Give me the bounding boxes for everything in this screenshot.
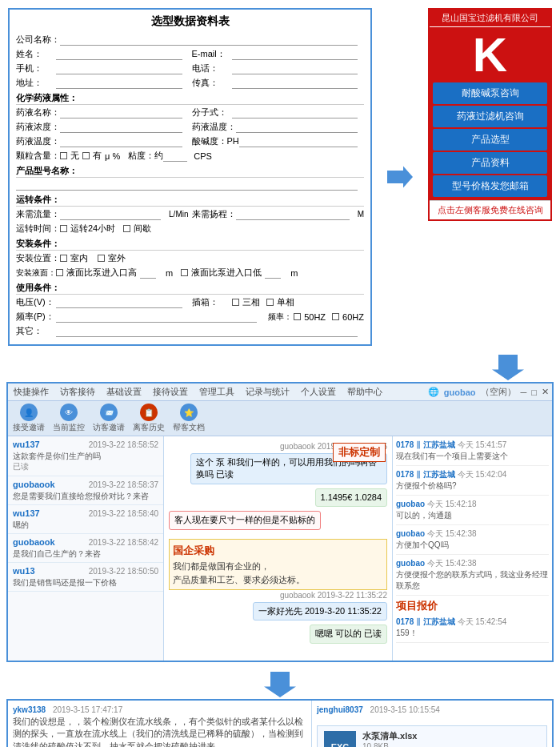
menu-btn-0[interactable]: 耐酸碱泵咨询: [433, 82, 547, 104]
chat-msg-4[interactable]: wu13 2019-3-22 18:50:50 我们是销售吗还是报一下价格: [8, 563, 163, 592]
right-user-1: 0178 ‖ 江苏盐城: [396, 470, 455, 479]
window-maximize[interactable]: □: [531, 388, 537, 397]
bubble-text-2: 客人现在要尺寸一样的但是不贴标的: [169, 511, 321, 529]
viscosity-field[interactable]: [163, 151, 187, 162]
menu-btn-4[interactable]: 型号价格发您邮箱: [433, 175, 547, 197]
nav-label-1: 当前监控: [53, 422, 85, 433]
freq50-cb[interactable]: [294, 313, 301, 320]
bubble-text-3: 一家好光先 2019-3-20 11:35:22: [253, 602, 387, 620]
name-field[interactable]: [56, 49, 182, 60]
right-time-4: 今天 15:42:38: [427, 559, 477, 568]
phone-field[interactable]: [56, 63, 182, 74]
ph-field[interactable]: [239, 136, 358, 147]
right-text-5: 159！: [396, 628, 549, 639]
product-field[interactable]: [16, 179, 358, 191]
lift-field[interactable]: [236, 209, 350, 220]
nav-item-3[interactable]: 📋 离客历史: [133, 404, 165, 433]
single-cb[interactable]: [266, 299, 274, 306]
indoor-cb[interactable]: [60, 255, 67, 262]
inlet-above-field[interactable]: [140, 267, 156, 279]
fax-col: 传真：: [192, 77, 365, 89]
voltage-field[interactable]: [56, 297, 182, 308]
bmsg-time-0: 2019-3-15 17:47:17: [53, 705, 122, 714]
chat-msg-1[interactable]: guobaook 2019-3-22 18:58:37 您是需要我们直接给您报价…: [8, 476, 163, 505]
toolbar-btn-6[interactable]: 个人设置: [298, 385, 338, 399]
freq60-cb[interactable]: [332, 313, 339, 320]
right-user-5: 0178 ‖ 江苏盐城: [396, 617, 455, 626]
right-text-4: 方便便报个您的联系方式吗，我这业务经理联系您: [396, 569, 549, 592]
liquid-name-field[interactable]: [60, 107, 182, 118]
chat-msg-2[interactable]: wu137 2019-3-22 18:58:40 嗯的: [8, 505, 163, 534]
run24-cb[interactable]: [60, 225, 67, 232]
flow-col: 来需流量： L/Min: [16, 208, 189, 220]
msg-time-0: 2019-3-22 18:58:52: [89, 440, 158, 449]
tri-cb[interactable]: [232, 299, 239, 306]
conc-field[interactable]: [60, 122, 182, 133]
bmsg-rtime-0: 2019-3-15 10:15:54: [370, 705, 440, 714]
inlet-below-cb[interactable]: [181, 269, 188, 276]
intermittent-cb[interactable]: [123, 225, 130, 232]
single-label: 单相: [277, 296, 294, 308]
right-user-3: guobao: [396, 529, 425, 538]
menu-btn-2[interactable]: 产品选型: [433, 129, 547, 151]
window-minimize[interactable]: ─: [521, 388, 527, 397]
right-msg-5: 0178 ‖ 江苏盐城 今天 15:42:54 159！: [396, 616, 549, 643]
flow-unit: L/Min: [169, 210, 188, 219]
toolbar-btn-0[interactable]: 快捷操作: [11, 385, 51, 399]
company-label: 公司名称：: [16, 34, 60, 46]
nav-item-2[interactable]: 📨 访客邀请: [93, 404, 125, 433]
nav-item-4[interactable]: ⭐ 帮客文档: [173, 404, 205, 433]
toolbar-btn-4[interactable]: 管理工具: [197, 385, 237, 399]
purity-ph-row: 药液温度： 酸碱度：PH: [16, 135, 364, 147]
particle-none-cb[interactable]: [60, 152, 67, 159]
flow-field[interactable]: [60, 209, 161, 220]
right-msg-2: guobao 今天 15:42:18 可以的，沟通题: [396, 499, 549, 525]
tel-field[interactable]: [232, 63, 358, 74]
bottom-left-panel: ykw3138 2019-3-15 17:47:17 我们的设想是，，装个检测仪…: [8, 701, 312, 747]
other-field[interactable]: [56, 326, 358, 337]
nav-item-0[interactable]: 👤 接受邀请: [13, 404, 45, 433]
toolbar-btn-7[interactable]: 帮助中心: [345, 385, 385, 399]
mol-field[interactable]: [232, 107, 358, 118]
right-time-3: 今天 15:42:38: [427, 529, 477, 538]
location-row: 安装位置： 室内 室外: [16, 252, 364, 264]
addr-field[interactable]: [56, 78, 182, 89]
freq50-label: 50HZ: [304, 312, 326, 322]
menu-btn-1[interactable]: 药液过滤机咨询: [433, 106, 547, 127]
phase-cb-row: 三相 单相: [232, 296, 294, 308]
particle-have-cb[interactable]: [82, 152, 90, 159]
company-field[interactable]: [60, 34, 358, 46]
fax-field[interactable]: [232, 78, 358, 89]
chat-bubble-2: 客人现在要尺寸一样的但是不贴标的: [169, 511, 387, 529]
toolbar-btn-1[interactable]: 访客接待: [58, 385, 98, 399]
freq-field[interactable]: [56, 311, 257, 323]
label-xiangmu: 项目报价: [396, 599, 549, 613]
bmsg-header-0: ykw3138 2019-3-15 17:47:17: [13, 705, 306, 714]
msg-status-0: 已读: [13, 461, 158, 472]
email-field[interactable]: [232, 49, 358, 60]
inlet-above-cb[interactable]: [56, 269, 63, 276]
chat-msg-0[interactable]: wu137 2019-3-22 18:58:52 这款套件是你们生产的吗 已读: [8, 436, 163, 476]
toolbar-btn-3[interactable]: 接待设置: [150, 385, 190, 399]
nav-label-4: 帮客文档: [173, 422, 205, 433]
outdoor-cb[interactable]: [98, 255, 105, 262]
company-k-logo: K: [473, 31, 507, 79]
nav-item-1[interactable]: 👁 当前监控: [53, 404, 85, 433]
drive-section: 运转条件：: [16, 194, 364, 207]
run24-label: 运转24小时: [70, 223, 115, 235]
window-close[interactable]: ✕: [542, 387, 549, 397]
toolbar-btn-2[interactable]: 基础设置: [104, 385, 144, 399]
arrow-down-2: [0, 667, 560, 699]
addr-fax-row: 地址： 传真：: [16, 77, 364, 89]
msg-user-3: guobaook: [13, 537, 55, 547]
file-icon: EXC: [324, 731, 356, 748]
inlet-below-field[interactable]: [265, 267, 281, 279]
menu-btn-3[interactable]: 产品资料: [433, 152, 547, 174]
purity-field[interactable]: [60, 136, 182, 147]
name-email-row: 姓名： E-mail：: [16, 48, 364, 60]
toolbar-btn-5[interactable]: 记录与统计: [243, 385, 292, 399]
msg-header-0: wu137 2019-3-22 18:58:52: [13, 440, 158, 449]
chat-msg-3[interactable]: guobaook 2019-3-22 18:58:42 是我们自己生产的？来咨: [8, 534, 163, 563]
right-user-0: 0178 ‖ 江苏盐城: [396, 440, 455, 449]
density-field[interactable]: [236, 122, 358, 133]
